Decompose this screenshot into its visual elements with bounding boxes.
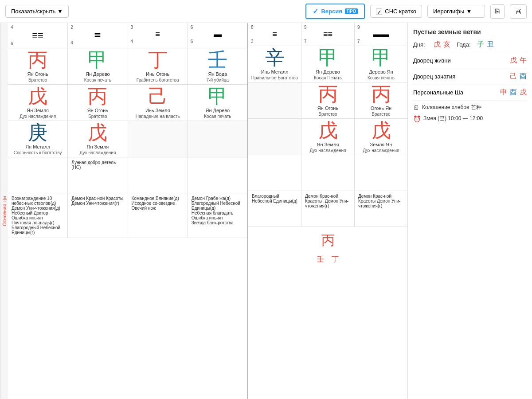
right-grid: 8 ≡ 3 9 ≡≡ 7 9 ▬▬ 7 辛 Инь Металл Правиль… bbox=[248, 23, 408, 399]
left-char-2-3: 甲 bbox=[208, 86, 227, 106]
hexagram-symbol-1: 〓 bbox=[70, 30, 125, 40]
left-label-1-2: Инь Огонь bbox=[146, 71, 169, 77]
share-button[interactable]: ⎘ bbox=[490, 4, 505, 19]
right-char-cell-3-2: 戊 Земля Ян Дух наслаждения bbox=[355, 119, 407, 155]
left-char-row-1: 丙 Ян Огонь Братство 甲 Ян Дерево Косая пе… bbox=[8, 48, 247, 85]
left-char-3-1: 戊 bbox=[88, 123, 107, 142]
hexagram-cell-1: 2 〓 4 bbox=[68, 23, 128, 48]
hieroglyphs-select[interactable]: Иероглифы ▼ bbox=[427, 5, 485, 18]
left-char-2-0: 戊 bbox=[28, 86, 47, 106]
info-personal-sha-label: Персональные Ша bbox=[413, 89, 463, 96]
left-char-cell-2-0: 戊 Ян Земля Дух наслаждения bbox=[8, 85, 68, 121]
hexagram-symbol-3: ▬ bbox=[191, 30, 245, 39]
hexagram-cell-3: 6 ▬ 6 bbox=[188, 23, 247, 48]
right-sublabel-2-1: Братство bbox=[318, 112, 337, 117]
left-hexagram-row: 4 ≡≡ 6 2 〓 4 3 ≡ 4 6 ▬ 6 bbox=[8, 23, 247, 48]
info-sha-char-2: 戌 bbox=[520, 88, 527, 97]
right-label-2-2: Огонь Ян bbox=[371, 106, 391, 111]
divider-1 bbox=[413, 53, 527, 53]
divider-3 bbox=[413, 85, 527, 85]
cns-button[interactable]: ✓ СНС кратко bbox=[370, 5, 422, 18]
cns-label: СНС кратко bbox=[385, 8, 416, 15]
right-note-2-1: Демон Крас-ной Красоты, Демон Уни-чтожен… bbox=[301, 191, 355, 227]
left-char-1-0: 丙 bbox=[28, 50, 47, 70]
event-1-text: Колошение хлебов 芒种 bbox=[422, 104, 481, 111]
info-palace-life-row: Дворец жизни 戊 午 bbox=[413, 56, 527, 65]
right-sublabel-2-2: Братство bbox=[372, 112, 390, 117]
right-label-3-2: Земля Ян bbox=[370, 142, 392, 147]
event-2-icon: ⏰ bbox=[413, 115, 421, 122]
info-sha-char-0: 申 bbox=[500, 88, 507, 97]
left-label-2-0: Ян Земля bbox=[27, 108, 49, 113]
info-panel: Пустые земные ветви Дня: 戊 亥 Года: 子 丑 Д… bbox=[408, 23, 532, 399]
hexagram-cell-0: 4 ≡≡ 6 bbox=[8, 23, 68, 48]
left-char-cell-1-2: 丁 Инь Огонь Грабитель богатства bbox=[128, 48, 188, 84]
right-label-1-1: Ян Дерево bbox=[316, 69, 340, 74]
left-note-1-0 bbox=[8, 157, 68, 193]
right-sublabel-1-1: Косая Печать bbox=[314, 75, 342, 80]
right-label-1-2: Дерево Ян bbox=[369, 69, 393, 74]
info-palace-life-label: Дворец жизни bbox=[413, 57, 451, 64]
right-char-cell-1-0: 辛 Инь Металл Правильное Богатство bbox=[248, 46, 301, 82]
left-char-cell-3-1: 戊 Ян Земля Дух наслаждения bbox=[68, 121, 128, 157]
info-day-char-0: 戊 bbox=[434, 40, 441, 49]
right-char-3-1: 戊 bbox=[318, 121, 338, 140]
right-sublabel-1-2: Косая печать bbox=[368, 75, 395, 80]
left-note-2-1: Демон Крас-ной КрасотыДемон Уни-чтожения… bbox=[68, 193, 128, 238]
left-char-cell-3-0: 庚 Ян Металл Склонность к богатству bbox=[8, 121, 68, 157]
right-char-row-2: 丙 Ян Огонь Братство 丙 Огонь Ян Братство bbox=[248, 82, 407, 119]
left-label-2-2: Инь Земля bbox=[145, 108, 170, 113]
left-note-2-0: Вознаграждение 10 небес-ных стволов(д)Де… bbox=[8, 193, 68, 238]
right-note-1-1 bbox=[301, 155, 355, 191]
info-palace-conception-row: Дворец зачатия 己 酉 bbox=[413, 72, 527, 81]
version-button[interactable]: ✓ Версия ПРО bbox=[305, 4, 365, 19]
show-hide-button[interactable]: Показать/скрыть ▼ bbox=[5, 5, 69, 18]
info-year-label: Года: bbox=[457, 41, 474, 48]
info-title: Пустые земные ветви bbox=[413, 28, 527, 35]
event-2-row: ⏰ Змея (巳) 10:00 — 12:00 bbox=[413, 115, 527, 122]
info-sha-char-1: 酉 bbox=[510, 88, 517, 97]
header: Показать/скрыть ▼ ✓ Версия ПРО ✓ СНС кра… bbox=[0, 0, 532, 23]
event-1-icon: 🗓 bbox=[413, 104, 419, 111]
right-note-2-0: Благородный Небесной Единицы(д) bbox=[248, 191, 301, 227]
left-char-cell-2-1: 丙 Ян Огонь Братство bbox=[68, 85, 128, 121]
left-sublabel-1-1: Косая печать bbox=[84, 78, 111, 82]
cns-checkbox: ✓ bbox=[376, 8, 382, 15]
right-sublabel-3-2: Дух наслаждения bbox=[363, 148, 399, 153]
share-icon: ⎘ bbox=[495, 8, 500, 15]
left-sublabel-1-3: 7-й убийца bbox=[207, 78, 229, 82]
print-icon: 🖨 bbox=[515, 8, 522, 15]
version-checkmark: ✓ bbox=[313, 7, 318, 16]
event-1-row: 🗓 Колошение хлебов 芒种 bbox=[413, 104, 527, 111]
left-sublabel-1-0: Братство bbox=[28, 78, 47, 82]
right-char-cell-2-2: 丙 Огонь Ян Братство bbox=[355, 82, 407, 118]
left-char-cell-1-3: 壬 Ян Вода 7-й убийца bbox=[188, 48, 247, 84]
right-hexagram-symbol-0: ≡ bbox=[251, 30, 298, 39]
left-char-cell-3-2 bbox=[128, 121, 188, 157]
left-sublabel-3-0: Склонность к богатству bbox=[14, 150, 62, 155]
info-year-char-0: 子 bbox=[477, 40, 484, 49]
left-label-2-3: Ян Дерево bbox=[206, 108, 230, 113]
info-day-label: Дня: bbox=[413, 41, 431, 48]
right-char-row-3: 戊 Ян Земля Дух наслаждения 戊 Земля Ян Ду… bbox=[248, 119, 407, 155]
bottom-chars-small: 壬 丁 bbox=[317, 255, 339, 263]
right-note-1-0 bbox=[248, 155, 301, 191]
left-notes-row-2: Вознаграждение 10 небес-ных стволов(д)Де… bbox=[8, 193, 247, 238]
right-hexagram-symbol-1: ≡≡ bbox=[304, 30, 352, 39]
right-label-1-0: Инь Металл bbox=[261, 69, 289, 74]
left-sublabel-3-1: Дух наслаждения bbox=[79, 150, 116, 155]
right-char-2-2: 丙 bbox=[372, 84, 391, 104]
left-grid: 4 ≡≡ 6 2 〓 4 3 ≡ 4 6 ▬ 6 丙 bbox=[8, 23, 248, 399]
left-char-row-2: 戊 Ян Земля Дух наслаждения 丙 Ян Огонь Бр… bbox=[8, 85, 247, 121]
info-palace-life-char-0: 戊 bbox=[510, 56, 517, 65]
left-sublabel-2-1: Братство bbox=[88, 114, 107, 119]
info-day-row: Дня: 戊 亥 Года: 子 丑 bbox=[413, 40, 527, 49]
right-char-cell-1-1: 甲 Ян Дерево Косая Печать bbox=[301, 46, 355, 82]
print-button[interactable]: 🖨 bbox=[510, 4, 527, 19]
right-hexagram-row: 8 ≡ 3 9 ≡≡ 7 9 ▬▬ 7 bbox=[248, 23, 407, 46]
divider-2 bbox=[413, 69, 527, 69]
info-year-char-1: 丑 bbox=[487, 40, 494, 49]
info-day-char-1: 亥 bbox=[443, 40, 450, 49]
left-char-1-3: 壬 bbox=[208, 50, 227, 70]
hexagram-symbol-0: ≡≡ bbox=[11, 30, 65, 41]
